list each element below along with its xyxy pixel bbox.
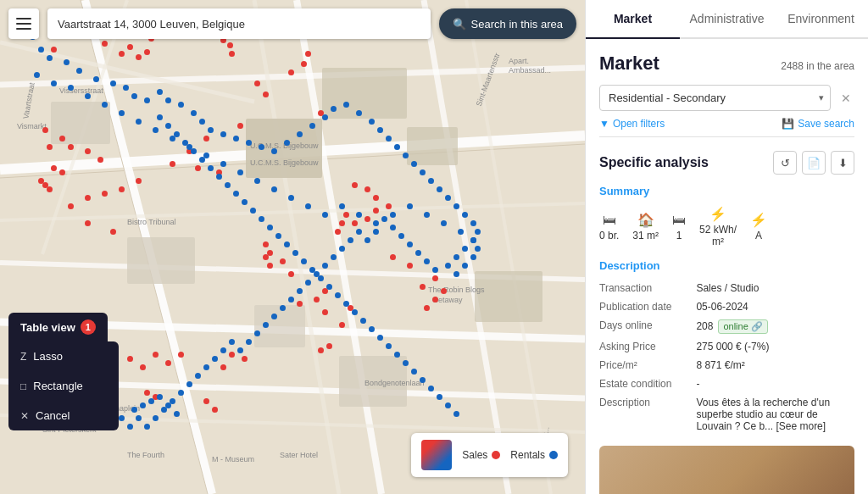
stat-bedrooms-value: 0 br. <box>599 230 619 241</box>
svg-text:Sater Hotel: Sater Hotel <box>280 451 318 459</box>
description-table: TransactionSales / StudioPublication dat… <box>599 279 854 436</box>
energy-icon: ⚡ <box>709 206 726 222</box>
cancel-icon: ✕ <box>20 410 29 422</box>
legend-thumbnail <box>421 440 452 470</box>
desc-row: Asking Price275 000 € (-7%) <box>599 337 854 356</box>
stat-rooms-value: 1 <box>676 230 682 241</box>
open-filters-link[interactable]: ▼ Open filters <box>599 118 665 130</box>
filter-row: Residential - Secondary ✕ <box>599 85 854 111</box>
table-view-label: Table view <box>20 321 75 334</box>
tab-environment[interactable]: Environment <box>774 0 868 39</box>
desc-value: Vous êtes à la recherche d'un superbe st… <box>696 393 854 436</box>
hamburger-line <box>16 18 31 19</box>
search-area-button[interactable]: 🔍 Search in this area <box>439 8 576 39</box>
divider <box>599 136 854 137</box>
rectangle-item[interactable]: □ Rectangle <box>8 371 119 401</box>
desc-value: 275 000 € (-7%) <box>696 337 854 356</box>
desc-value: - <box>696 375 854 393</box>
rating-icon: ⚡ <box>750 212 767 228</box>
photo-section: View 3 photos <box>599 446 854 494</box>
panel-title: Market <box>599 53 659 75</box>
address-input[interactable] <box>47 8 431 39</box>
stat-rating-value: A <box>755 230 762 241</box>
description-title: Description <box>599 259 854 272</box>
desc-key: Publication date <box>599 297 696 316</box>
svg-rect-23 <box>407 127 458 165</box>
history-button[interactable]: ↺ <box>773 151 797 175</box>
analysis-actions: ↺ 📄 ⬇ <box>773 151 854 175</box>
specific-analysis-header: Specific analysis ↺ 📄 ⬇ <box>599 151 854 175</box>
stat-energy-value: 52 kWh/m² <box>699 224 737 247</box>
filter-select[interactable]: Residential - Secondary <box>599 85 831 111</box>
filter-actions: ▼ Open filters 💾 Save search <box>599 118 854 130</box>
table-view-container: Table view 1 Z Lasso □ Rectangle ✕ Cance… <box>8 313 119 430</box>
desc-key: Days online <box>599 316 696 337</box>
desc-value: 05-06-2024 <box>696 297 854 316</box>
hamburger-line <box>16 23 31 25</box>
desc-key: Estate condition <box>599 375 696 393</box>
summary-stats: 🛏 0 br. 🏠 31 m² 🛏 1 ⚡ 52 kWh/m² ⚡ A <box>599 206 854 247</box>
desc-row: Price/m²8 871 €/m² <box>599 356 854 375</box>
svg-text:The Robin Blogs: The Robin Blogs <box>428 286 485 294</box>
search-icon: 🔍 <box>453 18 466 31</box>
svg-text:Ambassad...: Ambassad... <box>509 66 551 75</box>
desc-value: 8 871 €/m² <box>696 356 854 375</box>
open-filters-label: Open filters <box>613 118 665 130</box>
desc-value: Sales / Studio <box>696 279 854 297</box>
hamburger-button[interactable] <box>8 8 39 39</box>
right-panel: Market Administrative Environment Market… <box>585 0 868 494</box>
download-button[interactable]: ⬇ <box>831 151 854 175</box>
bed-icon: 🛏 <box>603 213 616 228</box>
stat-rating: ⚡ A <box>750 212 767 241</box>
rentals-dot <box>549 451 558 459</box>
lasso-item[interactable]: Z Lasso <box>8 341 119 371</box>
desc-key: Price/m² <box>599 356 696 375</box>
table-view-button[interactable]: Table view 1 <box>8 313 108 341</box>
specific-analysis-title: Specific analysis <box>599 155 709 170</box>
desc-row: Publication date05-06-2024 <box>599 297 854 316</box>
desc-value: 208online 🔗 <box>696 316 854 337</box>
desc-row: Days online208online 🔗 <box>599 316 854 337</box>
svg-text:The Fourth: The Fourth <box>127 451 164 459</box>
rectangle-icon: □ <box>20 380 26 392</box>
svg-rect-18 <box>127 237 195 284</box>
search-area-label: Search in this area <box>471 18 563 31</box>
panel-content: Market 2488 in the area Residential - Se… <box>586 39 868 494</box>
document-button[interactable]: 📄 <box>802 151 826 175</box>
save-search-link[interactable]: 💾 Save search <box>782 118 854 130</box>
sales-label: Sales <box>462 449 487 461</box>
desc-row: TransactionSales / Studio <box>599 279 854 297</box>
svg-text:Apart.: Apart. <box>509 57 529 65</box>
rentals-label: Rentals <box>510 449 545 461</box>
desc-key: Transaction <box>599 279 696 297</box>
area-count: 2488 in the area <box>781 60 854 72</box>
cancel-item[interactable]: ✕ Cancel <box>8 401 119 430</box>
house-icon: 🏠 <box>637 212 654 228</box>
legend-sales: Sales <box>462 449 500 461</box>
svg-text:Bondgenotenlaan: Bondgenotenlaan <box>364 379 425 387</box>
svg-text:Vissersstraat: Vissersstraat <box>59 86 103 95</box>
cancel-label: Cancel <box>36 409 70 422</box>
desc-row: Estate condition- <box>599 375 854 393</box>
svg-rect-25 <box>254 305 305 347</box>
map-legend: Sales Rentals <box>411 433 568 477</box>
panel-title-row: Market 2488 in the area <box>599 53 854 75</box>
hamburger-line <box>16 28 31 30</box>
stat-area: 🏠 31 m² <box>632 212 659 241</box>
desc-key: Description <box>599 393 696 436</box>
save-search-label: Save search <box>798 118 854 130</box>
svg-text:Bistro Tribunal: Bistro Tribunal <box>127 218 176 226</box>
tab-market[interactable]: Market <box>586 0 680 39</box>
summary-label: Summary <box>599 185 854 197</box>
sales-dot <box>492 451 500 459</box>
desc-row: DescriptionVous êtes à la recherche d'un… <box>599 393 854 436</box>
rectangle-label: Rectangle <box>33 380 83 392</box>
lasso-icon: Z <box>20 351 26 363</box>
stat-rooms: 🛏 1 <box>672 213 686 241</box>
map-toolbar: 🔍 Search in this area <box>8 8 576 39</box>
stat-energy: ⚡ 52 kWh/m² <box>699 206 737 247</box>
clear-filter-button[interactable]: ✕ <box>837 88 854 108</box>
lasso-label: Lasso <box>33 350 63 363</box>
rooms-icon: 🛏 <box>672 213 686 228</box>
tab-administrative[interactable]: Administrative <box>680 0 774 39</box>
